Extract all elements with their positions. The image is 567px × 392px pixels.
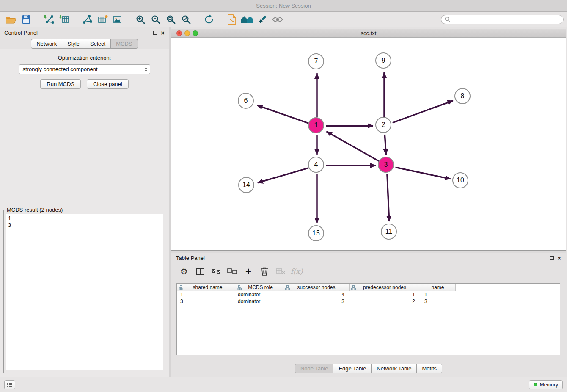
graph-edge-3-1[interactable]	[327, 132, 379, 161]
overview-button[interactable]	[239, 13, 255, 26]
search-input[interactable]	[452, 16, 560, 23]
add-column-button[interactable]: +	[241, 265, 256, 278]
function-builder-button[interactable]: f(x)	[289, 265, 304, 278]
graph-edge-3-11[interactable]	[387, 174, 389, 221]
paint-style-button[interactable]	[255, 13, 270, 26]
table-row[interactable]: 3 dominator 3 2 3	[177, 298, 560, 305]
save-session-button[interactable]	[19, 13, 34, 26]
zoom-out-button[interactable]	[148, 13, 163, 26]
graph-edge-2-3[interactable]	[385, 135, 386, 155]
cell-shared-name[interactable]: 3	[177, 298, 235, 305]
graph-node-1[interactable]: 1	[308, 117, 324, 133]
close-table-panel-icon[interactable]: ×	[557, 255, 561, 261]
tab-network-table[interactable]: Network Table	[371, 364, 417, 373]
graph-node-8[interactable]: 8	[454, 88, 471, 104]
graph-edge-1-2[interactable]	[326, 126, 373, 126]
deselect-all-button[interactable]	[225, 265, 239, 278]
columns-icon	[196, 268, 204, 275]
graph-node-6[interactable]: 6	[238, 93, 254, 109]
table-settings-button[interactable]: ⚙	[177, 265, 191, 278]
graph-node-15[interactable]: 15	[308, 225, 324, 241]
graph-node-2[interactable]: 2	[375, 117, 391, 133]
column-header-predecessor-nodes[interactable]: predecessor nodes	[350, 284, 420, 291]
status-bar: Memory	[0, 377, 567, 392]
show-columns-button[interactable]	[193, 265, 207, 278]
cell-predecessor-nodes[interactable]: 2	[350, 298, 420, 305]
graph-node-3[interactable]: 3	[378, 157, 394, 173]
mcds-panel-body: Optimization criterion: strongly connect…	[0, 49, 169, 377]
column-header-successor-nodes[interactable]: successor nodes	[284, 284, 350, 291]
graph-node-14[interactable]: 14	[238, 177, 254, 193]
table-row[interactable]: 1 dominator 4 1 1	[177, 291, 560, 298]
cell-mcds-role[interactable]: dominator	[235, 291, 284, 298]
table-header-filler	[456, 284, 560, 291]
tab-motifs[interactable]: Motifs	[416, 364, 442, 373]
graph-edge-2-8[interactable]	[393, 101, 453, 123]
graph-edge-1-6[interactable]	[257, 105, 309, 123]
export-image-button[interactable]	[110, 13, 125, 26]
cell-name[interactable]: 1	[420, 291, 456, 298]
import-table-button[interactable]	[57, 13, 72, 26]
plus-icon: +	[245, 266, 251, 276]
cell-shared-name[interactable]: 1	[177, 291, 235, 298]
cell-mcds-role[interactable]: dominator	[235, 298, 284, 305]
memory-indicator-dot	[534, 383, 537, 386]
trash-icon	[261, 267, 268, 276]
criterion-dropdown[interactable]: strongly connected component	[19, 64, 150, 74]
window-close-icon[interactable]: ×	[176, 30, 182, 36]
graph-node-9[interactable]: 9	[375, 52, 391, 69]
tab-network[interactable]: Network	[31, 39, 62, 49]
mcds-result-title: MCDS result (2 nodes)	[6, 207, 64, 213]
show-hide-button[interactable]	[270, 13, 285, 26]
graph-node-11[interactable]: 11	[381, 224, 397, 240]
graph-edge-3-10[interactable]	[396, 167, 451, 179]
float-panel-icon[interactable]	[153, 31, 157, 35]
tab-node-table[interactable]: Node Table	[295, 364, 334, 373]
table-delete-icon	[276, 268, 285, 275]
network-canvas[interactable]: 7968124314101511	[171, 38, 566, 250]
delete-column-button[interactable]	[257, 265, 272, 278]
tab-edge-table[interactable]: Edge Table	[333, 364, 372, 373]
deselect-all-icon	[227, 268, 237, 275]
column-header-name[interactable]: name	[420, 284, 456, 291]
close-panel-button[interactable]: Close panel	[87, 79, 129, 89]
graph-edge-4-14[interactable]	[258, 168, 308, 183]
import-network-button[interactable]	[41, 13, 57, 26]
select-all-button[interactable]	[209, 265, 223, 278]
first-neighbors-button[interactable]	[224, 13, 239, 26]
column-header-shared-name[interactable]: shared name	[177, 284, 235, 291]
zoom-selected-button[interactable]	[179, 13, 194, 26]
network-window: × − + scc.txt 7968124314101511	[171, 29, 566, 251]
optimization-criterion-label: Optimization criterion:	[0, 55, 169, 61]
window-maximize-icon[interactable]: +	[193, 30, 198, 36]
network-window-titlebar[interactable]: × − + scc.txt	[171, 29, 566, 38]
cell-name[interactable]: 3	[420, 298, 456, 305]
tab-mcds[interactable]: MCDS	[110, 39, 138, 49]
search-box[interactable]	[441, 15, 564, 24]
status-menu-button[interactable]	[4, 380, 15, 389]
new-table-button[interactable]	[95, 13, 110, 26]
apply-layout-button[interactable]	[201, 13, 217, 26]
tab-select[interactable]: Select	[85, 39, 111, 49]
float-table-panel-icon[interactable]	[550, 256, 554, 260]
graph-node-4[interactable]: 4	[308, 157, 324, 173]
cell-successor-nodes[interactable]: 4	[284, 291, 350, 298]
zoom-in-button[interactable]	[133, 13, 148, 26]
new-network-button[interactable]	[80, 13, 95, 26]
window-titlebar[interactable]: Session: New Session	[0, 0, 567, 12]
window-minimize-icon[interactable]: −	[184, 30, 190, 36]
delete-table-button[interactable]	[273, 265, 288, 278]
mcds-result-list[interactable]: 1 3	[6, 214, 163, 370]
column-header-mcds-role[interactable]: MCDS role	[235, 284, 284, 291]
tab-style[interactable]: Style	[62, 39, 85, 49]
graph-node-7[interactable]: 7	[308, 53, 324, 69]
fx-icon: f(x)	[290, 267, 303, 276]
memory-button[interactable]: Memory	[529, 380, 563, 389]
graph-node-10[interactable]: 10	[452, 172, 468, 188]
cell-successor-nodes[interactable]: 3	[284, 298, 350, 305]
zoom-fit-button[interactable]	[163, 13, 179, 26]
close-panel-icon[interactable]: ×	[161, 30, 165, 36]
cell-predecessor-nodes[interactable]: 1	[350, 291, 420, 298]
open-session-button[interactable]	[3, 13, 19, 26]
run-mcds-button[interactable]: Run MCDS	[40, 79, 81, 89]
